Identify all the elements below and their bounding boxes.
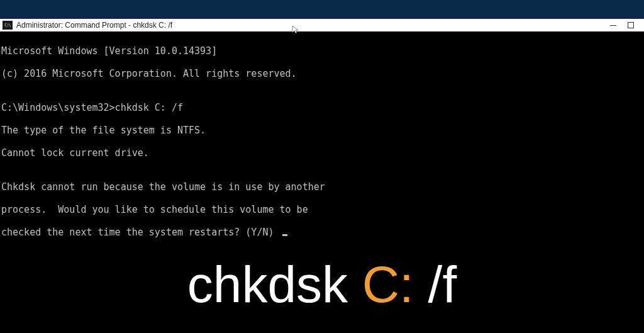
text-cursor bbox=[282, 234, 287, 236]
maximize-button[interactable] bbox=[628, 22, 634, 28]
caption-overlay: chkdsk C: /f bbox=[0, 255, 644, 314]
minimize-button[interactable] bbox=[610, 25, 616, 26]
maximize-icon bbox=[628, 22, 634, 28]
window-titlebar[interactable]: C:\ Administrator: Command Prompt - chkd… bbox=[0, 19, 644, 31]
terminal-line-text: checked the next time the system restart… bbox=[1, 227, 280, 238]
caption-part: /f bbox=[414, 256, 457, 313]
terminal-line: process. Would you like to schedule this… bbox=[1, 204, 643, 215]
window-title: Administrator: Command Prompt - chkdsk C… bbox=[16, 21, 172, 30]
terminal-line: Cannot lock current drive. bbox=[1, 147, 643, 159]
caption-part: chkdsk bbox=[187, 256, 362, 313]
caption-accent: C: bbox=[362, 256, 414, 313]
terminal-awaiting-input: checked the next time the system restart… bbox=[1, 227, 643, 238]
terminal-prompt-line: C:\Windows\system32>chkdsk C: /f bbox=[1, 102, 643, 113]
terminal-line: The type of the file system is NTFS. bbox=[1, 125, 643, 136]
cmd-icon: C:\ bbox=[3, 21, 13, 30]
terminal-line: (c) 2016 Microsoft Corporation. All righ… bbox=[1, 68, 643, 79]
terminal-line: Microsoft Windows [Version 10.0.14393] bbox=[1, 45, 643, 57]
terminal-line: Chkdsk cannot run because the volume is … bbox=[1, 181, 643, 193]
minimize-icon bbox=[610, 25, 616, 26]
window-buttons bbox=[610, 22, 641, 28]
